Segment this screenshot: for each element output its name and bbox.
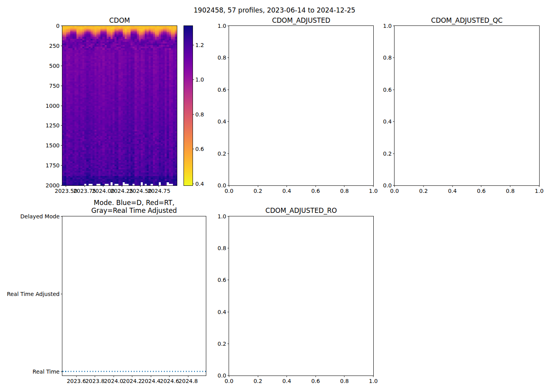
y-tick-mark: [61, 125, 62, 126]
x-tick-label: 2024.75: [148, 188, 171, 194]
x-tick-mark: [159, 185, 159, 187]
x-tick-mark: [140, 185, 141, 187]
x-tick-label: 2023.6: [67, 378, 86, 384]
x-tick-mark: [481, 185, 482, 187]
x-tick-mark: [258, 185, 258, 187]
cdom-heatmap: [62, 26, 177, 185]
x-tick-mark: [66, 185, 66, 187]
y-tick-mark: [393, 153, 394, 154]
y-tick-mark: [61, 65, 62, 66]
x-tick-mark: [287, 185, 287, 187]
x-tick-label: 0.6: [311, 378, 320, 384]
x-tick-mark: [229, 185, 229, 187]
y-tick-mark: [227, 343, 229, 344]
y-tick-label: Real Time Adjusted: [7, 291, 60, 297]
x-tick-label: 0.2: [253, 188, 262, 194]
x-tick-mark: [510, 185, 511, 187]
x-tick-label: 0.4: [448, 188, 456, 194]
x-tick-mark: [95, 376, 95, 377]
y-tick-label: 0.0: [218, 372, 226, 379]
y-tick-mark: [61, 294, 62, 294]
y-tick-label: 0.6: [218, 87, 226, 93]
y-tick-label: 0: [56, 23, 60, 29]
mode-panel-title-line2: Gray=Real Time Adjusted: [62, 207, 206, 214]
y-tick-label: 0.4: [218, 118, 226, 125]
y-tick-label: 0.0: [383, 182, 392, 189]
x-tick-mark: [169, 376, 170, 377]
y-tick-mark: [393, 26, 394, 26]
y-tick-label: 0.8: [218, 54, 226, 61]
x-tick-mark: [132, 376, 133, 377]
colorbar-tick-mark: [193, 183, 194, 184]
y-tick-label: 1500: [45, 142, 60, 149]
figure: 1902458, 57 profiles, 2023-06-14 to 2024…: [0, 0, 549, 392]
mode-panel-title: Mode. Blue=D, Red=RT, Gray=Real Time Adj…: [62, 199, 206, 214]
x-tick-mark: [344, 376, 345, 377]
x-tick-mark: [103, 185, 104, 187]
x-tick-label: 0.8: [506, 188, 514, 194]
cdom-adjusted-ro-panel-title: CDOM_ADJUSTED_RO: [229, 207, 374, 214]
y-tick-label: 1750: [45, 162, 60, 169]
colorbar-tick-mark: [193, 149, 194, 149]
x-tick-label: 0.6: [477, 188, 485, 194]
y-tick-mark: [61, 26, 62, 26]
y-tick-mark: [393, 122, 394, 122]
y-tick-mark: [393, 89, 394, 90]
colorbar-tick-label: 0.4: [195, 181, 204, 187]
y-tick-label: 0.8: [383, 54, 392, 61]
y-tick-mark: [227, 312, 229, 312]
x-tick-label: 0.8: [340, 188, 349, 194]
x-tick-label: 2024.4: [141, 378, 160, 384]
y-tick-mark: [227, 122, 229, 122]
cdom-adjusted-qc-panel-title: CDOM_ADJUSTED_QC: [394, 16, 540, 24]
y-tick-label: 0.2: [218, 151, 226, 157]
y-tick-mark: [61, 45, 62, 46]
y-tick-mark: [61, 185, 62, 186]
y-tick-mark: [227, 89, 229, 90]
real-time-mode-line: [62, 371, 206, 372]
y-tick-label: 0.0: [218, 182, 226, 189]
y-tick-label: 0.8: [218, 245, 226, 251]
colorbar-tick-label: 1.2: [195, 42, 204, 48]
x-tick-mark: [229, 376, 229, 377]
x-tick-label: 0.4: [282, 188, 291, 194]
y-tick-mark: [61, 216, 62, 217]
x-tick-label: 0.8: [340, 378, 349, 384]
x-tick-mark: [452, 185, 453, 187]
cdom-adjusted-panel-title: CDOM_ADJUSTED: [229, 16, 374, 24]
y-tick-label: 750: [49, 83, 60, 89]
x-tick-mark: [539, 185, 540, 187]
cdom-heatmap-panel: 2023.502023.752024.002024.252024.502024.…: [62, 25, 177, 186]
x-tick-label: 0.0: [225, 378, 233, 384]
colorbar-tick-mark: [193, 114, 194, 114]
y-tick-mark: [393, 185, 394, 186]
x-tick-label: 1.0: [369, 188, 378, 194]
y-tick-mark: [61, 105, 62, 106]
y-tick-label: 0.6: [383, 87, 392, 93]
y-tick-mark: [227, 216, 229, 217]
y-tick-label: 1000: [45, 103, 60, 109]
x-tick-mark: [258, 376, 258, 377]
x-tick-label: 2024.0: [104, 378, 123, 384]
x-tick-label: 0.6: [311, 188, 320, 194]
cdom-adjusted-qc-panel: 0.00.20.40.60.81.00.00.20.40.60.81.0: [394, 25, 540, 186]
y-tick-label: 0.2: [383, 151, 392, 157]
y-tick-mark: [61, 85, 62, 86]
y-tick-mark: [227, 153, 229, 154]
y-tick-mark: [61, 371, 62, 372]
x-tick-mark: [188, 376, 188, 377]
y-tick-label: 1.0: [218, 213, 226, 220]
cdom-adjusted-panel: 0.00.20.40.60.81.00.00.20.40.60.81.0: [229, 25, 374, 186]
x-tick-label: 0.0: [390, 188, 399, 194]
x-tick-label: 2024.6: [160, 378, 179, 384]
x-tick-mark: [122, 185, 122, 187]
x-tick-label: 1.0: [369, 378, 378, 384]
y-tick-label: 500: [49, 63, 60, 69]
y-tick-mark: [227, 26, 229, 26]
x-tick-mark: [373, 185, 374, 187]
x-tick-mark: [373, 376, 374, 377]
cdom-colorbar: 1.21.00.80.60.4: [184, 25, 193, 186]
y-tick-mark: [227, 280, 229, 280]
y-tick-mark: [227, 376, 229, 376]
mode-panel-title-line1: Mode. Blue=D, Red=RT,: [62, 199, 206, 207]
